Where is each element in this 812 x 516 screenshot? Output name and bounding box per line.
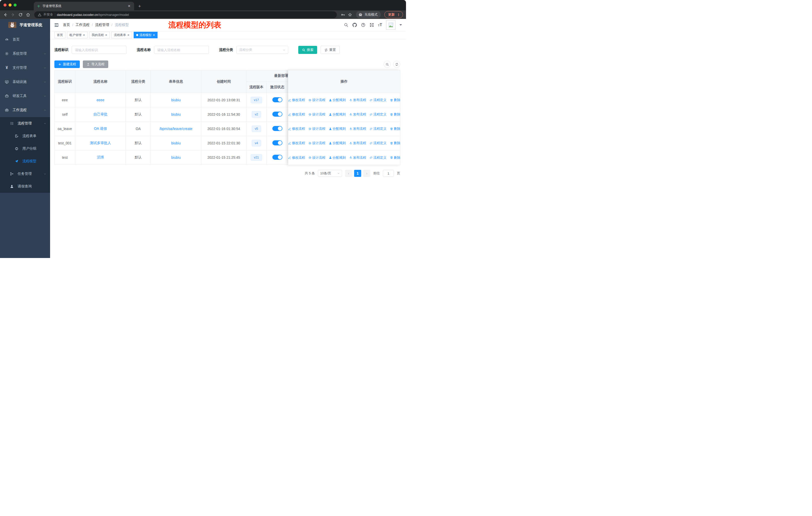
action-分配规则[interactable]: 分配规则 [329,141,346,145]
action-流程定义[interactable]: 流程定义 [370,127,387,131]
close-window-button[interactable] [3,3,6,6]
process-name-link[interactable]: OA 请假 [94,127,107,131]
reload-button[interactable] [17,11,24,18]
action-流程定义[interactable]: 流程定义 [370,156,387,160]
active-toggle[interactable] [272,126,283,131]
action-发布流程[interactable]: 发布流程 [349,156,366,160]
process-name-link[interactable]: 自己审批 [93,112,108,116]
browser-tab[interactable]: 芋道管理系统 ✕ [34,2,134,10]
form-info-link[interactable]: biubiu [171,156,180,160]
action-分配规则[interactable]: 分配规则 [329,98,346,102]
version-badge[interactable]: v17 [251,97,262,103]
search-button[interactable]: 搜索 [298,46,317,54]
process-category-select[interactable]: 流程分类 [236,46,288,54]
tag-租户管理[interactable]: 租户管理✕ [67,32,88,38]
tag-close-icon[interactable]: ✕ [83,33,85,37]
sidebar-item-流程表单[interactable]: 流程表单 [0,130,50,142]
form-info-link[interactable]: biubiu [171,112,180,116]
sidebar-item-任务管理[interactable]: 任务管理 [0,167,50,180]
tag-首页[interactable]: 首页 [54,32,65,38]
bookmark-star-icon[interactable] [347,11,353,18]
process-name-link[interactable]: 测试多审批人 [90,141,111,145]
refresh-table-button[interactable] [393,61,400,68]
action-设计流程[interactable]: 设计流程 [308,112,325,117]
forward-button[interactable] [9,11,16,18]
prev-page-button[interactable]: ‹ [345,170,352,177]
action-修改流程[interactable]: 修改流程 [288,156,305,160]
sidebar-item-基础设施[interactable]: 基础设施 [0,75,50,89]
update-button[interactable]: 更新 ⋮ [384,11,403,18]
new-tab-button[interactable]: + [138,4,141,8]
browser-menu-icon[interactable]: ⋮ [397,13,400,17]
action-发布流程[interactable]: 发布流程 [349,127,366,131]
form-info-link[interactable]: /bpm/oa/leave/create [160,127,193,131]
action-修改流程[interactable]: 修改流程 [288,112,305,117]
tag-我的流程[interactable]: 我的流程✕ [89,32,110,38]
url-bar[interactable]: 不安全 dashboard.yudao.iocoder.cn/bpm/manag… [34,11,337,18]
help-icon[interactable] [361,23,366,27]
next-page-button[interactable]: › [363,170,370,177]
show-search-toggle-button[interactable] [384,61,390,68]
sidebar-item-流程模型[interactable]: 流程模型 [0,155,50,167]
action-修改流程[interactable]: 修改流程 [288,127,305,131]
minimize-window-button[interactable] [8,3,11,6]
process-key-input[interactable] [72,46,126,54]
active-toggle[interactable] [272,155,283,160]
action-修改流程[interactable]: 修改流程 [288,141,305,145]
action-发布流程[interactable]: 发布流程 [349,112,366,117]
form-info-link[interactable]: biubiu [171,141,180,145]
sidebar-item-支付管理[interactable]: ¥支付管理 [0,61,50,75]
sidebar-item-请假查询[interactable]: 请假查询 [0,180,50,193]
action-分配规则[interactable]: 分配规则 [329,112,346,117]
sidebar-item-流程管理[interactable]: 流程管理 [0,117,50,130]
action-流程定义[interactable]: 流程定义 [370,141,387,145]
sidebar-item-研发工具[interactable]: 研发工具 [0,89,50,103]
breadcrumb-home[interactable]: 首页 [63,23,70,27]
action-修改流程[interactable]: 修改流程 [288,98,305,102]
action-分配规则[interactable]: 分配规则 [329,156,346,160]
action-分配规则[interactable]: 分配规则 [329,127,346,131]
process-name-link[interactable]: eeee [96,98,104,102]
goto-page-input[interactable] [383,170,394,177]
version-badge[interactable]: v2 [252,111,261,118]
sidebar-item-首页[interactable]: 首页 [0,32,50,47]
action-删除[interactable]: 删除 [390,127,401,131]
process-name-input[interactable] [154,46,209,54]
action-删除[interactable]: 删除 [390,141,401,145]
create-process-button[interactable]: 新建流程 [54,60,80,68]
process-name-link[interactable]: 滔博 [97,155,104,159]
version-badge[interactable]: v21 [251,154,262,161]
font-size-icon[interactable]: TT [378,23,382,27]
action-删除[interactable]: 删除 [390,98,401,102]
action-设计流程[interactable]: 设计流程 [308,127,325,131]
reset-button[interactable]: 重置 [320,46,340,54]
maximize-window-button[interactable] [13,3,17,6]
tag-流程表单[interactable]: 流程表单✕ [111,32,132,38]
version-badge[interactable]: v4 [252,140,261,146]
action-删除[interactable]: 删除 [390,156,401,160]
passwords-key-icon[interactable] [340,11,346,18]
header-search-icon[interactable] [344,23,348,27]
sidebar-logo[interactable]: 芋道管理系统 [0,19,50,31]
action-流程定义[interactable]: 流程定义 [370,98,387,102]
home-button[interactable] [25,11,31,18]
action-删除[interactable]: 删除 [390,112,401,117]
action-设计流程[interactable]: 设计流程 [308,156,325,160]
tab-close-icon[interactable]: ✕ [126,4,132,8]
tag-close-icon[interactable]: ✕ [127,33,129,37]
action-发布流程[interactable]: 发布流程 [349,141,366,145]
tag-close-icon[interactable]: ✕ [153,33,155,37]
sidebar-item-用户分组[interactable]: 用户分组 [0,142,50,155]
sidebar-item-系统管理[interactable]: 系统管理 [0,47,50,61]
active-toggle[interactable] [272,97,283,102]
github-icon[interactable] [352,23,357,27]
page-size-select[interactable]: 10条/页 [318,170,342,177]
active-toggle[interactable] [272,112,283,117]
breadcrumb-process-mgmt[interactable]: 流程管理 [95,23,109,27]
version-badge[interactable]: v5 [252,126,261,132]
fullscreen-icon[interactable] [370,23,374,27]
sidebar-collapse-icon[interactable] [54,23,59,27]
back-button[interactable] [2,11,8,18]
action-发布流程[interactable]: 发布流程 [349,98,366,102]
action-流程定义[interactable]: 流程定义 [370,112,387,117]
